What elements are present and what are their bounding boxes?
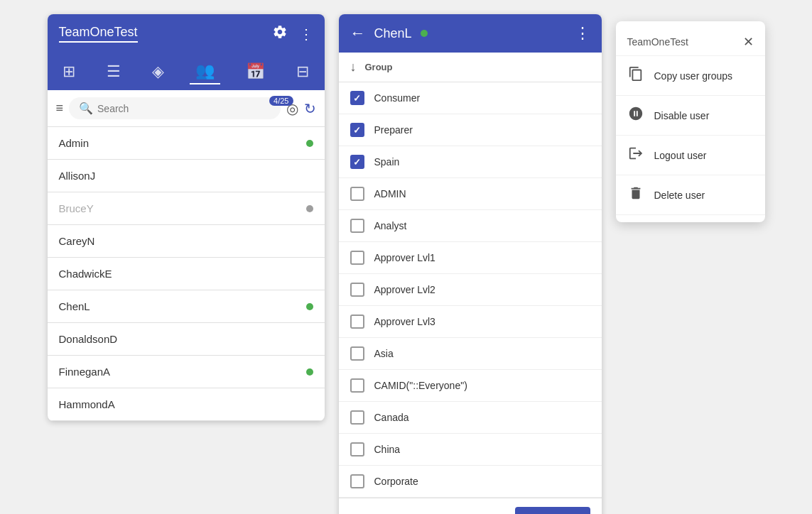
context-item-copy[interactable]: Copy user groups <box>616 58 765 94</box>
refresh-icon[interactable]: ↻ <box>304 100 316 117</box>
user-name: HammondA <box>59 398 115 410</box>
nav-list-icon[interactable]: ☰ <box>101 60 126 84</box>
sort-icon[interactable]: ↓ <box>350 60 357 75</box>
context-divider <box>616 95 765 96</box>
user-list-item[interactable]: DonaldsonD <box>48 323 325 356</box>
user-list-item[interactable]: HammondA <box>48 388 325 421</box>
group-list: ConsumerPreparerSpainADMINAnalystApprove… <box>339 82 602 498</box>
group-header-label: Group <box>365 62 393 72</box>
group-name: Corporate <box>374 476 418 487</box>
context-close-icon[interactable]: ✕ <box>743 34 754 50</box>
context-divider-top <box>616 55 765 56</box>
group-list-item[interactable]: Approver Lvl2 <box>339 274 602 306</box>
group-name: Approver Lvl2 <box>374 284 435 295</box>
search-bar: ≡ 🔍 ◎ ↻ 4/25 <box>48 90 325 127</box>
group-name: ADMIN <box>374 188 406 199</box>
user-name: FinneganA <box>59 366 111 378</box>
group-checkbox[interactable] <box>350 251 364 265</box>
search-input-wrap: 🔍 <box>69 97 280 119</box>
context-item-disable[interactable]: Disable user <box>616 97 765 133</box>
user-name: AllisonJ <box>59 170 96 182</box>
user-online-dot <box>421 30 428 37</box>
middle-panel: ← ChenL ⋮ ↓ Group ConsumerPreparerSpainA… <box>339 14 602 514</box>
group-name: Asia <box>374 348 394 359</box>
middle-title: ChenL <box>374 26 412 41</box>
group-checkbox[interactable] <box>350 442 364 456</box>
user-list-item[interactable]: ChadwickE <box>48 258 325 290</box>
group-name: CAMID("::Everyone") <box>374 380 467 391</box>
save-button[interactable]: SAVE <box>515 507 590 514</box>
user-name: Admin <box>59 137 90 149</box>
group-table-header: ↓ Group <box>339 53 602 82</box>
nav-grid-icon[interactable]: ⊞ <box>57 60 81 84</box>
context-items: Copy user groups Disable user Logout use… <box>616 58 765 215</box>
context-item-logout[interactable]: Logout user <box>616 137 765 173</box>
group-list-item[interactable]: ADMIN <box>339 178 602 210</box>
search-input[interactable] <box>97 103 270 114</box>
context-menu-title: TeamOneTest <box>627 36 688 48</box>
left-panel-title: TeamOneTest <box>59 25 138 43</box>
user-status-offline-dot <box>306 205 313 212</box>
group-checkbox[interactable] <box>350 187 364 201</box>
group-list-item[interactable]: Approver Lvl3 <box>339 306 602 338</box>
user-list-item[interactable]: Admin <box>48 127 325 160</box>
group-name: Preparer <box>374 124 413 136</box>
delete-icon <box>627 185 644 204</box>
group-list-item[interactable]: Analyst <box>339 210 602 242</box>
filter-icon[interactable]: ≡ <box>56 101 64 116</box>
back-icon[interactable]: ← <box>350 24 366 43</box>
group-checkbox[interactable] <box>350 219 364 233</box>
user-status-online-dot <box>306 303 313 310</box>
user-list-item[interactable]: BruceY <box>48 192 325 225</box>
group-checkbox[interactable] <box>350 410 364 425</box>
more-vert-icon[interactable]: ⋮ <box>299 26 313 43</box>
group-list-item[interactable]: CAMID("::Everyone") <box>339 370 602 402</box>
context-item-label: Logout user <box>654 150 707 161</box>
nav-people-icon[interactable]: 👥 <box>190 59 220 84</box>
group-checkbox[interactable] <box>350 155 364 169</box>
left-nav: ⊞ ☰ ◈ 👥 📅 ⊟ <box>48 53 325 90</box>
count-badge: 4/25 <box>269 96 293 106</box>
group-list-item[interactable]: Approver Lvl1 <box>339 242 602 274</box>
search-magnify-icon: 🔍 <box>79 102 93 115</box>
group-checkbox[interactable] <box>350 378 364 393</box>
context-divider <box>616 175 765 175</box>
group-name: Consumer <box>374 92 421 104</box>
user-list-item[interactable]: FinneganA <box>48 356 325 388</box>
user-list-item[interactable]: ChenL <box>48 290 325 323</box>
user-name: CareyN <box>59 235 95 247</box>
settings-icon[interactable] <box>272 24 288 43</box>
group-list-item[interactable]: Consumer <box>339 82 602 114</box>
group-list-item[interactable]: Spain <box>339 146 602 178</box>
group-checkbox[interactable] <box>350 474 364 488</box>
group-checkbox[interactable] <box>350 315 364 329</box>
group-list-item[interactable]: Preparer <box>339 114 602 146</box>
save-bar: SAVE <box>339 498 602 514</box>
nav-calendar-icon[interactable]: 📅 <box>240 60 271 84</box>
context-menu: TeamOneTest ✕ Copy user groups Disable u… <box>616 21 765 222</box>
context-divider <box>616 214 765 215</box>
group-name: Spain <box>374 156 400 168</box>
context-item-label: Copy user groups <box>654 70 733 82</box>
group-checkbox[interactable] <box>350 346 364 361</box>
nav-table-icon[interactable]: ⊟ <box>291 60 315 84</box>
context-item-delete[interactable]: Delete user <box>616 177 765 213</box>
user-list-item[interactable]: AllisonJ <box>48 160 325 192</box>
left-panel: TeamOneTest ⋮ ⊞ ☰ ◈ 👥 📅 ⊟ ≡ 🔍 ◎ ↻ 4/25 A… <box>48 14 325 421</box>
group-checkbox[interactable] <box>350 123 364 137</box>
context-divider <box>616 135 765 136</box>
group-list-item[interactable]: Canada <box>339 402 602 434</box>
middle-header-left: ← ChenL <box>350 24 428 43</box>
group-list-item[interactable]: Corporate <box>339 466 602 498</box>
group-checkbox[interactable] <box>350 283 364 297</box>
group-list-item[interactable]: China <box>339 434 602 466</box>
user-list-item[interactable]: CareyN <box>48 225 325 258</box>
middle-more-icon[interactable]: ⋮ <box>575 24 590 43</box>
context-item-label: Delete user <box>654 190 705 201</box>
group-checkbox[interactable] <box>350 91 364 105</box>
group-list-item[interactable]: Asia <box>339 338 602 370</box>
nav-cube-icon[interactable]: ◈ <box>146 60 170 84</box>
user-name: ChadwickE <box>59 268 112 280</box>
group-name: Approver Lvl1 <box>374 252 435 263</box>
context-item-label: Disable user <box>654 110 710 121</box>
